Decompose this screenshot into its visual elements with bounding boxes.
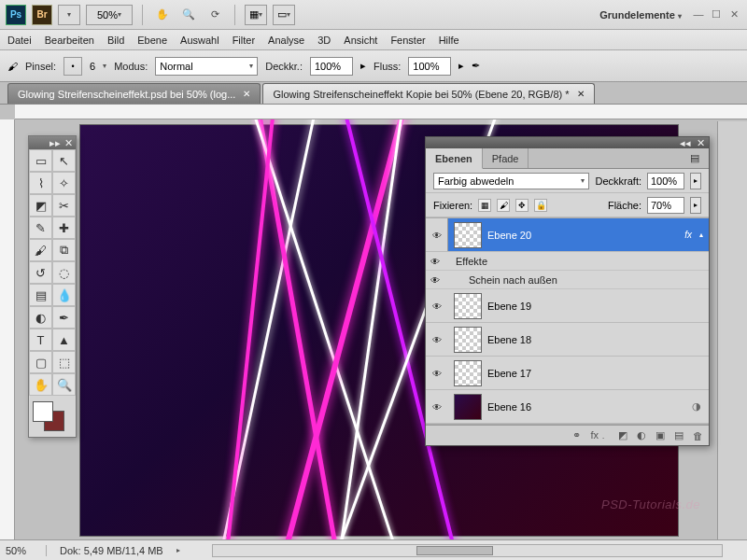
menu-fenster[interactable]: Fenster [390, 35, 425, 46]
gradient-tool[interactable]: ▤ [29, 284, 52, 306]
document-tab-active[interactable]: Glowing Streifenscheineffekt Kopie bei 5… [262, 83, 594, 104]
eyedropper-tool[interactable]: ✎ [29, 217, 52, 239]
panel-close-icon[interactable]: ✕ [697, 137, 705, 149]
dodge-tool[interactable]: ◐ [29, 306, 52, 329]
close-tab-icon[interactable]: ✕ [243, 89, 250, 99]
layer-fx-badge[interactable]: fx [684, 230, 692, 240]
blur-tool[interactable]: 💧 [52, 284, 76, 306]
bridge-icon[interactable]: Br [32, 5, 52, 25]
layer-row[interactable]: Ebene 16 ◑ [426, 390, 709, 424]
brush-size-dropdown[interactable]: ▾ [103, 62, 106, 70]
menu-bearbeiten[interactable]: Bearbeiten [45, 35, 94, 46]
visibility-toggle-icon[interactable] [432, 301, 442, 312]
link-layers-icon[interactable]: ⚭ [572, 429, 581, 441]
healing-brush-tool[interactable]: ✚ [52, 217, 76, 239]
layer-thumbnail[interactable] [454, 360, 482, 386]
fx-expand-icon[interactable]: ▴ [699, 231, 703, 239]
menu-auswahl[interactable]: Auswahl [180, 35, 219, 46]
menu-ansicht[interactable]: Ansicht [344, 35, 377, 46]
close-button[interactable]: ✕ [726, 8, 741, 21]
type-tool[interactable]: T [29, 329, 52, 351]
tab-pfade[interactable]: Pfade [483, 148, 529, 168]
shape-tool[interactable]: ▢ [29, 351, 52, 373]
status-doc-info[interactable]: Dok: 5,49 MB/11,4 MB [60, 545, 163, 556]
move-tool[interactable]: ↖ [52, 149, 76, 172]
visibility-toggle-icon[interactable] [432, 334, 442, 345]
layer-row[interactable]: Ebene 20 fx ▴ [426, 218, 709, 252]
lock-transparency-icon[interactable]: ▦ [478, 199, 491, 212]
horizontal-scrollbar[interactable] [212, 544, 723, 557]
lock-all-icon[interactable]: 🔒 [534, 199, 547, 212]
airbrush-icon[interactable]: ✒ [472, 60, 480, 72]
layer-opacity-input[interactable]: 100% [647, 173, 684, 189]
maximize-button[interactable]: ☐ [709, 8, 724, 21]
layer-thumbnail[interactable] [454, 327, 482, 353]
layer-mask-icon[interactable]: ◩ [618, 429, 627, 441]
panel-collapse-icon[interactable]: ◂◂ [680, 137, 691, 149]
zoom-tool-icon[interactable]: 🔍 [178, 5, 199, 25]
marquee-tool[interactable]: ▭ [29, 149, 52, 172]
menu-analyse[interactable]: Analyse [268, 35, 304, 46]
new-layer-icon[interactable]: ▤ [674, 429, 684, 441]
pen-tool[interactable]: ✒ [52, 306, 76, 329]
arrange-documents-dropdown[interactable]: ▦▾ [245, 5, 267, 25]
visibility-toggle-icon[interactable] [432, 368, 442, 379]
zoom-dropdown[interactable]: 50% ▾ [86, 5, 133, 25]
layer-style-icon[interactable]: ◑ [692, 400, 701, 413]
ruler-vertical[interactable] [0, 119, 15, 539]
foreground-color[interactable] [33, 401, 53, 422]
lock-position-icon[interactable]: ✥ [515, 199, 529, 212]
fill-input[interactable]: 70% [647, 197, 684, 214]
visibility-toggle-icon[interactable] [430, 256, 444, 267]
layer-blend-mode-select[interactable]: Farbig abwedeln▾ [433, 173, 589, 189]
layer-opacity-flyout[interactable]: ▸ [690, 173, 701, 189]
layer-name[interactable]: Ebene 17 [487, 368, 709, 379]
flow-input[interactable]: 100% [408, 57, 451, 76]
brush-preset-picker[interactable] [63, 57, 82, 76]
layer-thumbnail[interactable] [454, 394, 482, 420]
zoom-tool[interactable]: 🔍 [52, 373, 76, 396]
layer-thumbnail[interactable] [454, 293, 482, 319]
close-tab-icon[interactable]: ✕ [577, 89, 585, 99]
menu-hilfe[interactable]: Hilfe [439, 35, 459, 46]
crop-tool[interactable]: ◩ [29, 194, 52, 217]
visibility-toggle-icon[interactable] [430, 274, 444, 286]
eraser-tool[interactable]: ◌ [52, 261, 76, 284]
layer-name[interactable]: Ebene 19 [487, 301, 709, 312]
layer-name[interactable]: Ebene 20 [487, 230, 684, 241]
brush-tool[interactable]: 🖌 [29, 239, 52, 261]
fill-flyout[interactable]: ▸ [690, 197, 701, 214]
color-swatches[interactable] [29, 396, 76, 437]
view-extras-dropdown[interactable]: ▾ [58, 5, 80, 25]
toolbox-close-icon[interactable]: ✕ [64, 137, 73, 149]
menu-ebene[interactable]: Ebene [137, 35, 167, 46]
rotate-view-icon[interactable]: ⟳ [204, 5, 225, 25]
visibility-toggle-icon[interactable] [432, 230, 442, 241]
layer-style-icon[interactable]: fx﹒ [590, 428, 609, 442]
tab-ebenen[interactable]: Ebenen [426, 148, 483, 169]
minimize-button[interactable]: — [691, 8, 706, 20]
brush-tool-icon[interactable]: 🖌 [7, 61, 18, 72]
photoshop-icon[interactable]: Ps [6, 5, 26, 25]
visibility-toggle-icon[interactable] [432, 401, 442, 413]
path-selection-tool[interactable]: ▲ [52, 329, 76, 351]
flow-flyout[interactable]: ▸ [458, 60, 464, 72]
lasso-tool[interactable]: ⌇ [29, 172, 52, 194]
lock-pixels-icon[interactable]: 🖌 [497, 199, 510, 212]
layer-row[interactable]: Ebene 19 [426, 289, 709, 323]
menu-datei[interactable]: Datei [7, 35, 32, 46]
delete-layer-icon[interactable]: 🗑 [693, 430, 703, 441]
layer-row[interactable]: Ebene 17 [426, 357, 709, 390]
slice-tool[interactable]: ✂ [52, 194, 76, 217]
history-brush-tool[interactable]: ↺ [29, 261, 52, 284]
layer-thumbnail[interactable] [454, 222, 482, 248]
adjustment-layer-icon[interactable]: ◐ [637, 429, 646, 441]
layer-name[interactable]: Ebene 16 [487, 401, 692, 413]
screen-mode-dropdown[interactable]: ▭▾ [273, 5, 295, 25]
clone-stamp-tool[interactable]: ⧉ [52, 239, 76, 261]
opacity-input[interactable]: 100% [310, 57, 353, 76]
layer-effects-row[interactable]: Effekte [426, 252, 709, 271]
layer-name[interactable]: Ebene 18 [487, 334, 709, 345]
3d-tool[interactable]: ⬚ [52, 351, 76, 373]
document-tab[interactable]: Glowing Streifenscheineffekt.psd bei 50%… [7, 83, 261, 104]
